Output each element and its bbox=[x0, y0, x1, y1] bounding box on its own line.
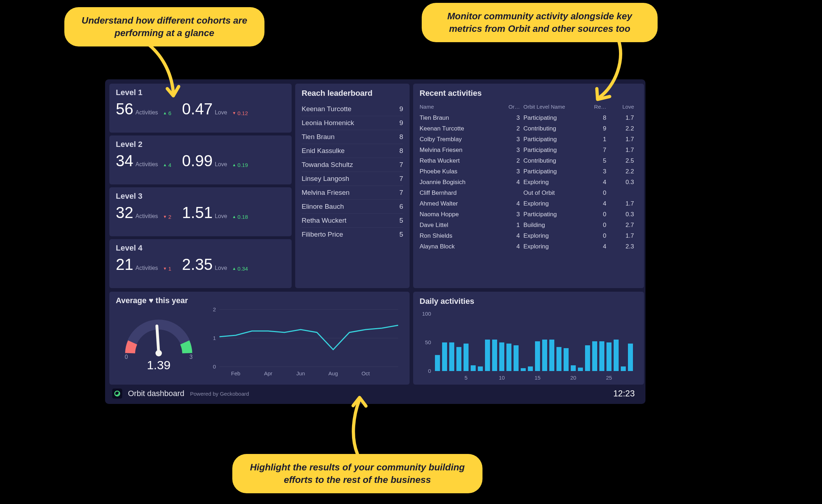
svg-rect-20 bbox=[464, 344, 469, 371]
leaderboard-row: Enid Kassulke8 bbox=[302, 144, 403, 158]
love-label: Love bbox=[215, 109, 227, 116]
svg-text:0: 0 bbox=[213, 364, 216, 370]
svg-text:20: 20 bbox=[570, 375, 576, 381]
svg-rect-24 bbox=[492, 340, 497, 371]
table-row: Retha Wuckert2Contributing52.5 bbox=[420, 155, 638, 166]
level-card: Level 2 34 Activities ▲ 4 0.99 Love ▲ 0.… bbox=[109, 135, 292, 184]
svg-rect-18 bbox=[449, 342, 454, 371]
table-row: Tien Braun3Participating81.7 bbox=[420, 113, 638, 123]
activities-label: Activities bbox=[135, 213, 158, 219]
gauge-value: 1.39 bbox=[147, 358, 170, 372]
activities-label: Activities bbox=[135, 265, 158, 271]
love-value: 2.35 bbox=[182, 256, 213, 273]
activities-value: 56 bbox=[116, 100, 133, 118]
level-title: Level 2 bbox=[116, 140, 285, 149]
svg-text:50: 50 bbox=[425, 339, 431, 345]
leaderboard-row: Tien Braun8 bbox=[302, 130, 403, 144]
svg-rect-28 bbox=[521, 368, 526, 371]
svg-text:10: 10 bbox=[499, 375, 505, 381]
svg-text:1: 1 bbox=[213, 335, 216, 341]
love-delta: ▲ 0.18 bbox=[232, 214, 248, 220]
level-card: Level 4 21 Activities ▼ 1 2.35 Love ▲ 0.… bbox=[109, 239, 292, 288]
love-value: 0.99 bbox=[182, 152, 213, 170]
dashboard: Level 1 56 Activities ▲ 6 0.47 Love ▼ 0.… bbox=[105, 79, 645, 404]
svg-rect-41 bbox=[614, 340, 619, 371]
level-card: Level 1 56 Activities ▲ 6 0.47 Love ▼ 0.… bbox=[109, 84, 292, 133]
love-value: 0.47 bbox=[182, 100, 213, 118]
svg-text:0: 0 bbox=[428, 368, 431, 374]
level-title: Level 4 bbox=[116, 243, 285, 253]
svg-text:15: 15 bbox=[535, 375, 541, 381]
svg-text:Feb: Feb bbox=[231, 370, 241, 376]
annotation-highlight: Highlight the results of your community … bbox=[232, 454, 482, 493]
svg-rect-32 bbox=[549, 340, 554, 371]
gauge-max: 3 bbox=[189, 354, 193, 360]
activities-value: 32 bbox=[116, 204, 133, 222]
annotation-cohorts: Understand how different cohorts are per… bbox=[64, 7, 264, 46]
level-title: Level 3 bbox=[116, 192, 285, 201]
svg-rect-31 bbox=[542, 340, 547, 371]
table-row: Joannie Bogisich4Exploring40.3 bbox=[420, 177, 638, 188]
orbit-logo-icon bbox=[112, 389, 122, 399]
svg-rect-34 bbox=[564, 348, 569, 371]
svg-text:Aug: Aug bbox=[328, 370, 338, 376]
activities-delta: ▲ 6 bbox=[163, 110, 171, 116]
dashboard-footer: Orbit dashboard Powered by Geckoboard 12… bbox=[109, 385, 641, 400]
level-card: Level 3 32 Activities ▼ 2 1.51 Love ▲ 0.… bbox=[109, 187, 292, 236]
table-row: Naoma Hoppe3Participating00.3 bbox=[420, 209, 638, 220]
love-delta: ▼ 0.12 bbox=[232, 110, 248, 116]
svg-rect-17 bbox=[442, 342, 447, 371]
love-label: Love bbox=[215, 161, 227, 168]
table-row: Colby Tremblay3Participating11.7 bbox=[420, 134, 638, 145]
average-love-panel: Average ♥ this year 0 3 1.39 012FebAprJu… bbox=[109, 292, 410, 385]
arrow-icon bbox=[343, 393, 375, 458]
table-row: Melvina Friesen3Participating71.7 bbox=[420, 145, 638, 155]
svg-rect-25 bbox=[499, 342, 504, 371]
love-delta: ▲ 0.34 bbox=[232, 266, 248, 272]
svg-text:5: 5 bbox=[465, 375, 467, 381]
gauge-chart bbox=[121, 314, 196, 360]
svg-rect-39 bbox=[599, 341, 604, 371]
svg-rect-43 bbox=[628, 344, 633, 371]
svg-rect-30 bbox=[535, 341, 540, 371]
activities-label: Activities bbox=[135, 109, 158, 116]
svg-text:Oct: Oct bbox=[361, 370, 370, 376]
activities-delta: ▼ 1 bbox=[163, 266, 171, 272]
leaderboard-row: Leonia Homenick9 bbox=[302, 116, 403, 130]
svg-rect-36 bbox=[578, 367, 583, 371]
leaderboard-row: Retha Wuckert5 bbox=[302, 214, 403, 228]
svg-rect-37 bbox=[585, 345, 590, 371]
svg-rect-22 bbox=[478, 366, 483, 371]
annotation-monitor: Monitor community activity alongside key… bbox=[422, 3, 658, 42]
svg-text:2: 2 bbox=[213, 306, 216, 312]
activities-value: 21 bbox=[116, 256, 133, 273]
leaderboard-row: Towanda Schultz7 bbox=[302, 158, 403, 172]
table-row: Dave Littel1Building02.7 bbox=[420, 220, 638, 231]
leaderboard-row: Elinore Bauch6 bbox=[302, 200, 403, 214]
svg-rect-38 bbox=[592, 341, 597, 371]
arrow-icon bbox=[579, 36, 629, 104]
svg-line-0 bbox=[157, 326, 159, 353]
svg-text:Jun: Jun bbox=[296, 370, 305, 376]
svg-text:25: 25 bbox=[606, 375, 612, 381]
levels-column: Level 1 56 Activities ▲ 6 0.47 Love ▼ 0.… bbox=[109, 84, 292, 288]
love-label: Love bbox=[215, 265, 227, 271]
love-value: 1.51 bbox=[182, 204, 213, 222]
svg-rect-29 bbox=[528, 366, 533, 371]
gauge-min: 0 bbox=[125, 354, 128, 360]
svg-rect-19 bbox=[456, 347, 461, 371]
table-row: Ahmed Walter4Exploring41.7 bbox=[420, 198, 638, 209]
table-row: Alayna Block4Exploring42.3 bbox=[420, 241, 638, 252]
activities-delta: ▼ 2 bbox=[163, 214, 171, 220]
activities-delta: ▲ 4 bbox=[163, 162, 171, 168]
table-row: Keenan Turcotte2Contributing92.2 bbox=[420, 123, 638, 134]
love-delta: ▲ 0.19 bbox=[232, 162, 248, 168]
recent-activities-panel: Recent activities Name Or… Orbit Level N… bbox=[413, 84, 644, 288]
svg-text:100: 100 bbox=[422, 311, 431, 317]
activities-value: 34 bbox=[116, 152, 133, 170]
leaderboard-row: Linsey Langosh7 bbox=[302, 172, 403, 186]
average-line-chart: 012FebAprJunAugOct bbox=[209, 306, 402, 377]
panel-title: Reach leaderboard bbox=[302, 89, 403, 98]
svg-rect-26 bbox=[506, 344, 511, 371]
clock: 12:23 bbox=[613, 389, 638, 399]
